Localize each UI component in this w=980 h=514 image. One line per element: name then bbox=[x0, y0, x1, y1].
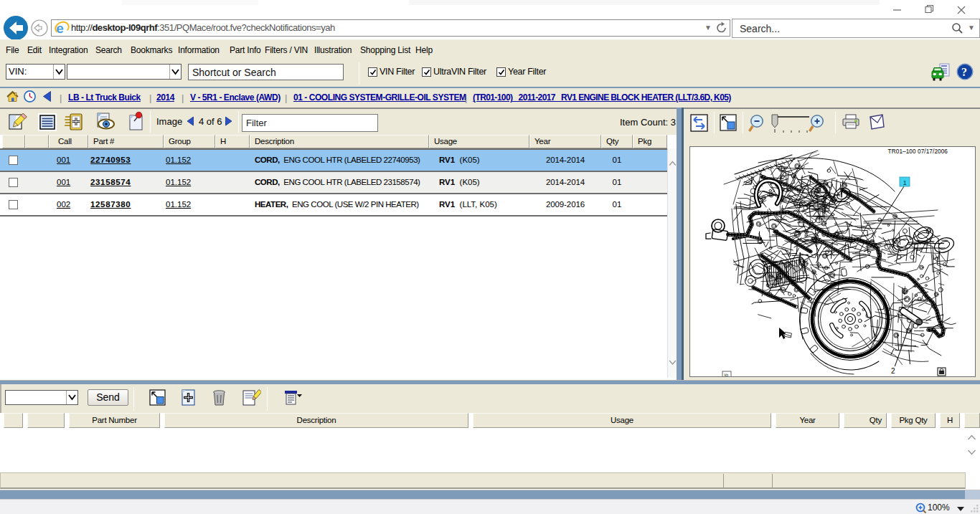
svg-text:TR01–100 07/17/2006: TR01–100 07/17/2006 bbox=[888, 148, 948, 155]
svg-text:2: 2 bbox=[891, 367, 895, 375]
svg-text:kb: kb bbox=[725, 373, 729, 377]
svg-text:?: ? bbox=[961, 66, 967, 78]
svg-text:1: 1 bbox=[903, 179, 907, 186]
